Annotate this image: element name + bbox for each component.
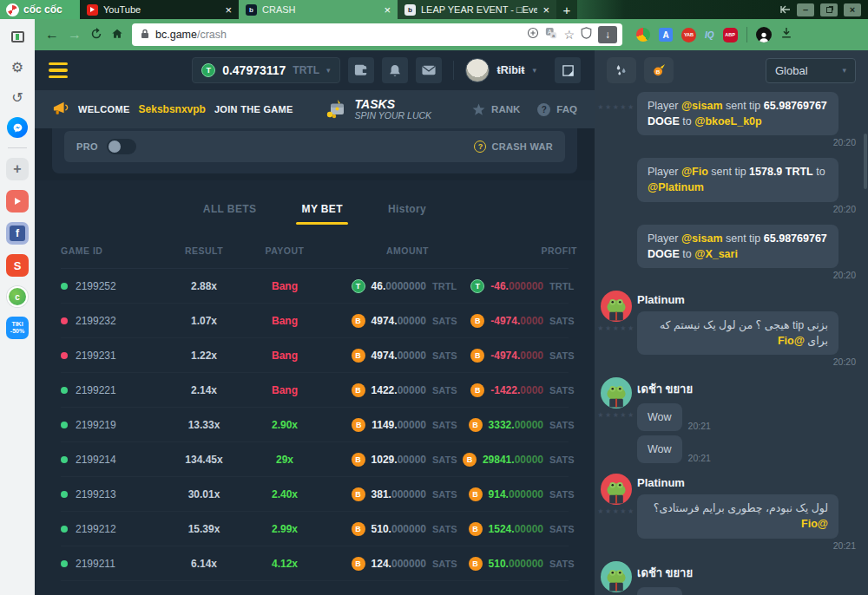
profile-icon[interactable] <box>756 27 772 42</box>
chat-username[interactable]: Platinum <box>637 476 856 489</box>
game-id-cell: 2199211 <box>61 558 167 570</box>
yab-extension-icon[interactable]: YAB <box>681 28 696 42</box>
table-row[interactable]: 219921913.33x2.90xB1149.00000SATSB3332.0… <box>61 408 569 442</box>
brand-name: cốc cốc <box>23 3 62 16</box>
abp-extension-icon[interactable]: ABP <box>723 28 738 42</box>
home-icon[interactable] <box>111 28 123 42</box>
forward-icon[interactable]: → <box>68 28 82 42</box>
profit-cell: T-46.000000TRTL <box>460 279 577 293</box>
user-avatar[interactable] <box>601 561 632 592</box>
table-row[interactable]: 21992212.14xBangB1422.00000SATSB-1422.00… <box>61 373 569 408</box>
user-avatar[interactable] <box>601 377 632 409</box>
history-icon[interactable]: ↺ <box>7 87 28 108</box>
menu-hamburger-icon[interactable] <box>49 62 68 79</box>
currency-label: TRTL <box>549 281 577 291</box>
notifications-bell-button[interactable] <box>382 57 408 83</box>
crash-game-panel-bottom: PRO ? CRASH WAR <box>52 128 577 173</box>
rank-button[interactable]: RANK <box>472 103 520 115</box>
chat-panel: B Global ▾ ★★★★★Player @sisam sent tip 6… <box>595 50 868 595</box>
dock-side-icon[interactable] <box>780 2 791 17</box>
bets-table-body: 21992522.88xBangT46.0000000TRTLT-46.0000… <box>35 269 595 581</box>
game-id: 2199232 <box>76 315 116 327</box>
iq-extension-icon[interactable]: IQ <box>705 30 714 40</box>
close-tab-icon[interactable]: × <box>225 4 232 16</box>
browser-brand[interactable]: cốc cốc <box>0 0 80 19</box>
table-row[interactable]: 21992522.88xBangT46.0000000TRTLT-46.0000… <box>61 269 569 304</box>
table-row[interactable]: 2199214134.45x29xB1029.00000SATSB29841.0… <box>61 442 569 477</box>
browser-toolbar: ← → bc.game/crash Aa <box>35 19 868 50</box>
translate-icon[interactable]: Aa <box>545 27 557 42</box>
chat-rain-button[interactable] <box>607 57 636 83</box>
restore-button[interactable] <box>820 3 838 16</box>
chat-toggle-button[interactable] <box>555 57 581 83</box>
wallet-button[interactable] <box>348 57 374 83</box>
tab-youtube[interactable]: YouTube × <box>80 0 239 19</box>
game-status-dot <box>61 352 68 359</box>
zoom-icon[interactable] <box>527 27 539 42</box>
mail-button[interactable] <box>416 57 442 83</box>
tab-leap-year-event[interactable]: b LEAP YEAR EVENT - □Event - × <box>398 0 556 19</box>
amount-cell: T46.0000000TRTL <box>328 279 460 293</box>
chat-username[interactable]: Platinum <box>637 293 856 306</box>
game-id: 2199219 <box>76 419 116 431</box>
message-time: 20:20 <box>637 204 856 214</box>
download-manager-button[interactable]: ↓ <box>598 26 617 43</box>
bet-tab-history[interactable]: History <box>388 203 426 225</box>
add-shortcut-button[interactable]: + <box>6 158 29 180</box>
facebook-shortcut-icon[interactable]: f <box>6 222 29 245</box>
downloads-icon[interactable] <box>780 27 792 42</box>
tasks-shortcut[interactable]: TASKS SPIN YOUR LUCK <box>326 98 432 121</box>
pro-toggle[interactable] <box>107 139 136 154</box>
savior-extension-icon[interactable] <box>636 28 650 42</box>
shield-icon[interactable] <box>581 27 592 42</box>
bookmark-star-icon[interactable]: ☆ <box>563 28 575 42</box>
back-icon[interactable]: ← <box>45 28 59 42</box>
trtl-coin-icon: T <box>470 279 484 293</box>
user-avatar[interactable] <box>601 474 632 505</box>
coccoc-savior-icon[interactable]: c <box>7 286 28 307</box>
shopee-shortcut-icon[interactable]: S <box>6 254 29 277</box>
user-avatar[interactable] <box>601 291 632 322</box>
minimize-button[interactable]: – <box>797 3 814 16</box>
currency-label: SATS <box>432 420 460 430</box>
bet-tab-my-bet[interactable]: MY BET <box>301 203 343 225</box>
reload-icon[interactable] <box>90 28 102 42</box>
chat-user-message: ★★★★★เดช้า ขยายWow20:21 <box>600 561 856 595</box>
table-row[interactable]: 219921215.39x2.99xB510.000000SATSB1524.0… <box>61 512 569 546</box>
chat-channel-select[interactable]: Global ▾ <box>766 58 856 83</box>
address-bar[interactable]: bc.game/crash Aa ☆ ↓ <box>132 23 622 46</box>
fireball-icon: B <box>651 63 667 77</box>
table-row[interactable]: 21992116.14x4.12xB124.000000SATSB510.000… <box>61 546 569 581</box>
currency-label: SATS <box>549 559 577 569</box>
close-tab-icon[interactable]: × <box>384 4 391 16</box>
user-level-stars: ★★★★★ <box>597 507 635 515</box>
faq-button[interactable]: ? FAQ <box>537 103 577 116</box>
close-tab-icon[interactable]: × <box>542 4 549 16</box>
new-tab-button[interactable]: + <box>556 0 577 19</box>
chat-scrollbar[interactable] <box>864 134 867 189</box>
result-cell: 6.14x <box>167 558 241 570</box>
settings-gear-icon[interactable]: ⚙ <box>7 56 28 77</box>
table-row[interactable]: 21992311.22xBangB4974.00000SATSB-4974.00… <box>61 338 569 373</box>
user-avatar[interactable] <box>465 58 490 82</box>
username[interactable]: ŧRibiŧ <box>497 64 525 76</box>
table-row[interactable]: 219921330.01x2.40xB381.000000SATSB914.00… <box>61 477 569 512</box>
bet-tab-all-bets[interactable]: ALL BETS <box>203 203 257 225</box>
translate-extension-icon[interactable]: A <box>659 28 673 42</box>
messenger-icon[interactable] <box>7 117 28 138</box>
table-row[interactable]: 21992321.07xBangB4974.00000SATSB-4974.00… <box>61 304 569 338</box>
youtube-shortcut-icon[interactable] <box>6 190 29 212</box>
browser-window: cốc cốc YouTube × b CRASH × b LEAP YEAR … <box>0 0 868 595</box>
tab-crash[interactable]: b CRASH × <box>239 0 398 19</box>
toolbar-divider <box>746 27 747 42</box>
sidebar-toggle-icon[interactable] <box>7 26 28 47</box>
chat-username[interactable]: เดช้า ขยาย <box>637 380 856 398</box>
crash-war-link[interactable]: ? CRASH WAR <box>474 141 553 153</box>
close-window-button[interactable]: × <box>844 3 861 16</box>
currency-label: SATS <box>432 385 460 396</box>
balance-currency: TRTL <box>293 64 319 76</box>
chat-username[interactable]: เดช้า ขยาย <box>637 564 856 582</box>
chat-fireball-button[interactable]: B <box>644 57 674 83</box>
balance-selector[interactable]: T 0.47973117 TRTL ▾ <box>192 57 339 83</box>
tiki-shortcut-icon[interactable]: TIKI -50% <box>6 317 29 339</box>
